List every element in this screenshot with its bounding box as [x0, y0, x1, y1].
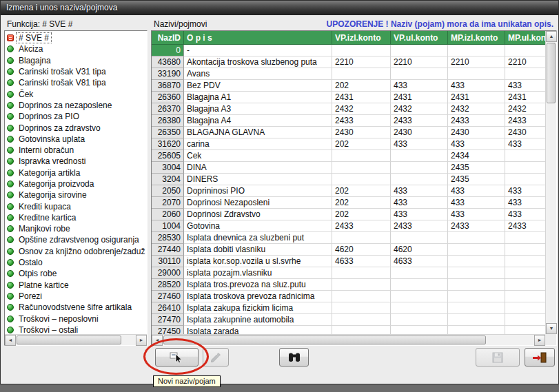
scroll-down-icon[interactable]: ▼ — [546, 323, 557, 334]
grid-nazid-cell[interactable]: 2050 — [152, 185, 184, 197]
grid-nazid-cell[interactable]: 26370 — [152, 103, 184, 115]
grid-cell[interactable]: 2435 — [448, 162, 505, 174]
function-list-item[interactable]: Kategorija sirovine — [5, 189, 147, 200]
function-list-item[interactable]: Otpis robe — [5, 268, 147, 279]
grid-cell[interactable]: Isplata zakupa fizickim licima — [184, 302, 332, 314]
grid-cell[interactable] — [391, 302, 448, 314]
edit-record-button[interactable] — [203, 348, 229, 367]
grid-cell[interactable] — [332, 267, 391, 279]
grid-cell[interactable]: Cek — [184, 150, 332, 162]
grid-cell[interactable] — [391, 232, 448, 244]
grid-cell[interactable]: 2210 — [448, 56, 505, 68]
grid-cell[interactable] — [391, 162, 448, 174]
grid-cell[interactable] — [448, 256, 505, 267]
grid-cell[interactable]: - — [184, 45, 332, 56]
grid-row[interactable]: 30110isplata kor.sop.vozila u sl.svrhe46… — [152, 256, 545, 267]
grid-cell[interactable]: 2431 — [332, 92, 391, 103]
grid-cell[interactable]: 2433 — [391, 115, 448, 127]
grid-cell[interactable] — [448, 267, 505, 279]
grid-cell[interactable] — [448, 45, 505, 56]
function-list-item[interactable]: Doprinos za nezaposlene — [5, 100, 147, 111]
grid-cell[interactable]: 433 — [391, 197, 448, 209]
grid-row[interactable]: 26370Blagajna A32432243224322432 — [152, 103, 545, 115]
grid-row[interactable]: 33190Avans — [152, 68, 545, 80]
grid-cell[interactable]: 433 — [391, 80, 448, 92]
function-list-item[interactable]: Blagajna — [5, 55, 147, 66]
grid-row[interactable]: 26360Blagajna A12431243124312431 — [152, 92, 545, 103]
function-list-item[interactable]: Krediti kupaca — [5, 200, 147, 212]
grid-cell[interactable]: 2432 — [391, 103, 448, 115]
grid-cell[interactable] — [332, 150, 391, 162]
grid-cell[interactable]: Isplata dobiti vlasniku — [184, 244, 332, 256]
grid-cell[interactable] — [448, 291, 505, 302]
hscrollbar-thumb[interactable] — [17, 336, 121, 344]
grid-row[interactable]: 28530Isplata dnevnica za sluzbeni put — [152, 232, 545, 244]
grid-row[interactable]: 27460Isplata troskova prevoza radnicima — [152, 291, 545, 302]
grid-nazid-cell[interactable]: 29000 — [152, 267, 184, 279]
grid-cell[interactable] — [332, 302, 391, 314]
grid-cell[interactable]: Akontacija troskova sluzbenog puta — [184, 56, 332, 68]
grid-column-header[interactable]: O p i s — [184, 31, 332, 45]
grid-cell[interactable]: 433 — [505, 80, 545, 92]
grid-cell[interactable] — [448, 244, 505, 256]
function-list-item[interactable]: Carinski trošak V31 tipa — [5, 66, 147, 77]
grid-cell[interactable]: 433 — [448, 138, 505, 150]
grid-cell[interactable]: carina — [184, 138, 332, 150]
grid-cell[interactable]: 2433 — [332, 115, 391, 127]
grid-row[interactable]: 31620carina202433433433 — [152, 138, 545, 150]
grid-cell[interactable]: isplata pozajm.vlasniku — [184, 267, 332, 279]
function-list-item[interactable]: Osnov za knjižno odobrenje/zaduž — [5, 246, 147, 257]
grid-cell[interactable]: 2431 — [391, 92, 448, 103]
grid-cell[interactable]: 202 — [332, 80, 391, 92]
function-list-item[interactable]: Ispravka vrednosti — [5, 156, 147, 167]
grid-cell[interactable] — [448, 326, 505, 334]
function-list-item[interactable]: Gotovinska uplata — [5, 134, 147, 145]
function-list-item[interactable]: Doprinos za PIO — [5, 111, 147, 122]
grid-nazid-cell[interactable]: 26380 — [152, 115, 184, 127]
function-list-item[interactable]: Platne kartice — [5, 280, 147, 291]
grid-cell[interactable]: BLAGAJNA GLAVNA — [184, 127, 332, 138]
grid-cell[interactable]: 4620 — [391, 244, 448, 256]
grid-row[interactable]: 3204DINERS2435 — [152, 174, 545, 185]
grid-cell[interactable]: 2430 — [391, 127, 448, 138]
grid-cell[interactable] — [391, 150, 448, 162]
function-list-item[interactable]: Troškovi – neposlovni — [5, 313, 147, 324]
grid-nazid-cell[interactable]: 33190 — [152, 68, 184, 80]
grid-cell[interactable] — [332, 162, 391, 174]
function-list-item[interactable]: Porezi — [5, 291, 147, 302]
grid-cell[interactable] — [448, 314, 505, 326]
grid-cell[interactable]: Isplata zarada — [184, 326, 332, 334]
grid-cell[interactable] — [332, 326, 391, 334]
grid-row[interactable]: 1004Gotovina2433243324332433 — [152, 220, 545, 232]
grid-cell[interactable] — [505, 314, 545, 326]
function-list-item[interactable]: Kreditne kartica — [5, 212, 147, 223]
scroll-right-icon[interactable]: ► — [136, 335, 147, 346]
grid-nazid-cell[interactable]: 28520 — [152, 279, 184, 291]
grid-nazid-cell[interactable]: 27450 — [152, 326, 184, 334]
grid-cell[interactable]: Blagajna A1 — [184, 92, 332, 103]
grid-cell[interactable] — [391, 291, 448, 302]
function-list-item[interactable]: Ček — [5, 88, 147, 99]
grid-cell[interactable]: 2432 — [332, 103, 391, 115]
grid-nazid-cell[interactable]: 28530 — [152, 232, 184, 244]
grid-cell[interactable]: 2435 — [448, 174, 505, 185]
table-hscrollbar[interactable]: ◄ ► — [152, 334, 545, 345]
grid-cell[interactable]: isplata kor.sop.vozila u sl.svrhe — [184, 256, 332, 267]
function-list-hscrollbar[interactable]: ◄ ► — [5, 334, 147, 345]
grid-cell[interactable]: 433 — [505, 138, 545, 150]
save-button[interactable] — [476, 348, 520, 367]
grid-nazid-cell[interactable]: 36870 — [152, 80, 184, 92]
hscrollbar-thumb[interactable] — [163, 336, 486, 344]
grid-cell[interactable]: Avans — [184, 68, 332, 80]
function-list-item[interactable]: Interni obračun — [5, 145, 147, 156]
grid-nazid-cell[interactable]: 1004 — [152, 220, 184, 232]
grid-cell[interactable]: Isplata troskova prevoza radnicima — [184, 291, 332, 302]
grid-cell[interactable]: Isplata dnevnica za sluzbeni put — [184, 232, 332, 244]
function-list-item[interactable]: Carinski trošak V81 tipa — [5, 77, 147, 88]
grid-cell[interactable]: Doprinosi Zdravstvo — [184, 209, 332, 220]
grid-nazid-cell[interactable]: 30110 — [152, 256, 184, 267]
grid-cell[interactable]: Doprinosi Nezaposleni — [184, 197, 332, 209]
titlebar[interactable]: Izmena i unos naziva/pojmova — [1, 1, 558, 15]
grid-cell[interactable]: 433 — [448, 209, 505, 220]
grid-nazid-cell[interactable]: 26410 — [152, 302, 184, 314]
